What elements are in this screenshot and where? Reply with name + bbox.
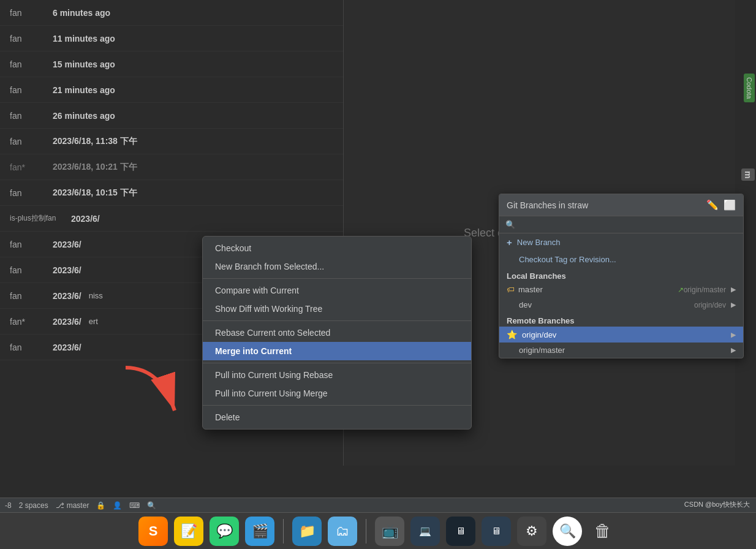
local-branch-dev[interactable]: dev origin/dev ▶ — [499, 297, 743, 312]
dock-app-sublime[interactable]: S — [138, 517, 168, 546]
new-branch-button[interactable]: + New Branch — [499, 233, 743, 251]
dock-app-1[interactable]: 📺 — [375, 517, 404, 546]
git-log-row[interactable]: is-plus控制fan 2023/6/ — [0, 206, 343, 232]
commit-message: niss — [89, 291, 103, 300]
csdn-label: CSDN @boy快快长大 — [684, 501, 750, 508]
dock-app-files[interactable]: 🗂 — [328, 517, 357, 546]
up-arrow-icon: ↗ — [678, 286, 684, 294]
context-menu-show-diff[interactable]: Show Diff with Working Tree — [203, 300, 471, 318]
branch-name-master: master — [518, 285, 675, 294]
commit-time: 2023/6/18, 10:21 下午 — [53, 162, 137, 173]
commit-time: 26 minutes ago — [53, 111, 115, 121]
dock-app-finder[interactable]: 📁 — [292, 517, 322, 546]
git-log-row[interactable]: fan 21 minutes ago — [0, 77, 343, 103]
csdn-badge: CSDN @boy快快长大 — [684, 500, 750, 509]
chevron-right-icon: ▶ — [731, 346, 736, 354]
context-menu-pull-rebase[interactable]: Pull into Current Using Rebase — [203, 366, 471, 384]
status-user-icon: 👤 — [113, 501, 122, 510]
status-spaces: 2 spaces — [19, 501, 48, 510]
local-branch-master[interactable]: 🏷 master ↗ origin/master ▶ — [499, 282, 743, 297]
commit-message: ert — [89, 317, 98, 326]
status-diff: -8 — [5, 501, 12, 510]
codota-tab[interactable]: Codota — [744, 74, 755, 102]
remote-branch-origin-dev[interactable]: ⭐ origin/dev ▶ — [499, 327, 743, 343]
commit-time: 15 minutes ago — [53, 59, 115, 69]
context-menu-pull-merge[interactable]: Pull into Current Using Merge — [203, 384, 471, 403]
commit-time: 2023/6/ — [53, 343, 81, 352]
dock-app-4[interactable]: 🖥 — [482, 517, 511, 546]
commit-author: fan — [10, 291, 53, 301]
context-menu-separator-2 — [203, 320, 471, 321]
dock-app-wechat[interactable]: 💬 — [210, 517, 239, 546]
remote-branch-origin-master[interactable]: origin/master ▶ — [499, 343, 743, 358]
new-branch-label: New Branch — [517, 238, 561, 247]
commit-time: 11 minutes ago — [53, 34, 115, 44]
commit-time: 2023/6/ — [71, 214, 100, 224]
commit-time: 2023/6/18, 10:15 下午 — [53, 187, 137, 199]
status-terminal-icon: ⌨ — [129, 501, 140, 510]
git-branches-search-bar: 🔍 — [499, 216, 743, 233]
remote-branch-name-dev: origin/dev — [522, 330, 731, 339]
dock-app-2[interactable]: 💻 — [410, 517, 440, 546]
commit-author: fan — [10, 85, 53, 95]
context-menu-compare[interactable]: Compare with Current — [203, 281, 471, 300]
git-log-row[interactable]: fan 2023/6/18, 11:38 下午 — [0, 129, 343, 154]
commit-author: fan* — [10, 162, 53, 172]
commit-author: fan* — [10, 317, 53, 327]
status-bar: -8 2 spaces ⎇ master 🔒 👤 ⌨ 🔍 — [0, 498, 756, 512]
context-menu-delete[interactable]: Delete — [203, 408, 471, 426]
commit-author: fan — [10, 8, 53, 18]
git-log-row[interactable]: fan* 2023/6/18, 10:21 下午 — [0, 154, 343, 180]
context-menu: Checkout New Branch from Selected... Com… — [202, 236, 472, 430]
dock-app-settings[interactable]: ⚙ — [517, 517, 546, 546]
status-branch[interactable]: ⎇ master — [56, 501, 89, 510]
branch-name-dev: dev — [519, 300, 694, 309]
chevron-right-icon: ▶ — [731, 286, 736, 293]
m-label: m — [743, 171, 753, 178]
chevron-right-icon: ▶ — [731, 301, 736, 309]
git-branches-header: Git Branches in straw ✏️ ⬜ — [499, 194, 743, 216]
git-log-row[interactable]: fan 2023/6/18, 10:15 下午 — [0, 180, 343, 206]
expand-icon[interactable]: ⬜ — [724, 199, 736, 211]
commit-time: 2023/6/ — [53, 291, 81, 301]
plus-icon: + — [507, 237, 512, 248]
context-menu-checkout[interactable]: Checkout — [203, 239, 471, 257]
remote-branch-name-master: origin/master — [519, 346, 731, 355]
codota-label: Codota — [746, 77, 753, 99]
chevron-right-icon: ▶ — [731, 331, 736, 339]
commit-author: fan — [10, 137, 53, 146]
git-log-row[interactable]: fan 26 minutes ago — [0, 103, 343, 129]
dock-app-trash[interactable]: 🗑 — [588, 517, 618, 546]
remote-tracking-master: origin/master — [684, 286, 726, 294]
commit-time: 2023/6/ — [53, 317, 81, 327]
git-log-row[interactable]: fan 6 minutes ago — [0, 0, 343, 26]
commit-author: fan — [10, 265, 53, 275]
dock-app-claquette[interactable]: 🎬 — [245, 517, 274, 546]
edit-icon[interactable]: ✏️ — [706, 199, 719, 211]
commit-time: 2023/6/ — [53, 265, 81, 275]
context-menu-separator-3 — [203, 363, 471, 363]
context-menu-rebase[interactable]: Rebase Current onto Selected — [203, 324, 471, 342]
dock-app-3[interactable]: 🖥 — [446, 517, 475, 546]
commit-time: 21 minutes ago — [53, 85, 115, 95]
m-tab[interactable]: m — [741, 168, 755, 181]
commit-time: 2023/6/18, 11:38 下午 — [53, 136, 137, 147]
checkout-tag-button[interactable]: Checkout Tag or Revision... — [499, 251, 743, 268]
dock-app-notes[interactable]: 📝 — [174, 517, 203, 546]
context-menu-new-branch[interactable]: New Branch from Selected... — [203, 257, 471, 276]
remote-tracking-dev: origin/dev — [694, 301, 726, 309]
context-menu-merge[interactable]: Merge into Current — [203, 342, 471, 360]
commit-time: 2023/6/ — [53, 240, 81, 249]
commit-author: is-plus控制fan — [10, 213, 71, 224]
commit-author: fan — [10, 34, 53, 44]
git-log-row[interactable]: fan 15 minutes ago — [0, 51, 343, 77]
commit-time: 6 minutes ago — [53, 8, 110, 18]
commit-author: fan — [10, 59, 53, 69]
git-branches-panel: Git Branches in straw ✏️ ⬜ 🔍 + New Branc… — [499, 194, 744, 358]
git-branches-search-input[interactable] — [519, 220, 737, 229]
checkout-tag-label: Checkout Tag or Revision... — [507, 255, 616, 264]
dock-app-chrome[interactable]: 🔍 — [553, 517, 582, 546]
local-branches-header: Local Branches — [499, 269, 743, 282]
dock: S 📝 💬 🎬 📁 🗂 📺 💻 🖥 🖥 ⚙ 🔍 🗑 — [0, 512, 756, 549]
git-log-row[interactable]: fan 11 minutes ago — [0, 26, 343, 51]
